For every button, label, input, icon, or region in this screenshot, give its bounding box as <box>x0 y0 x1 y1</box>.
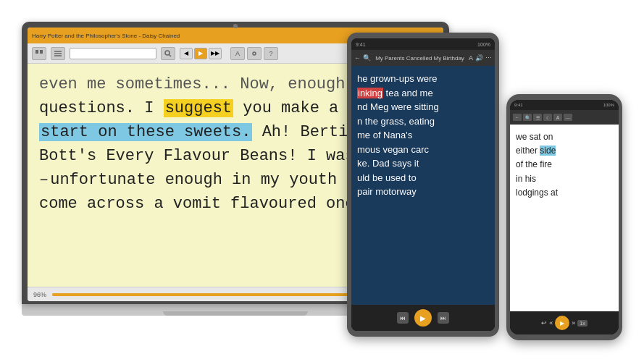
svg-line-6 <box>170 54 172 56</box>
phone-menu-icon[interactable]: ⋯ <box>564 114 572 121</box>
phone-bookmark-icon[interactable]: ☰ <box>533 114 542 121</box>
tablet-content: he grown-ups were inking tea and me nd M… <box>351 66 495 305</box>
tablet-line-6: mous vegan carc <box>357 143 489 157</box>
tablet-line-2: inking tea and me <box>357 86 489 101</box>
tablet-menu-icon[interactable]: ⋯ <box>485 54 492 62</box>
scene: Harry Potter and the Philosopher's Stone… <box>0 0 644 362</box>
search-icon[interactable] <box>161 47 175 60</box>
phone-search-icon[interactable]: 🔍 <box>523 114 532 121</box>
tablet-font-icon[interactable]: A <box>469 54 473 62</box>
tablet-line-4: n the grass, eating <box>357 114 489 129</box>
tablet-forward-button[interactable]: ⏭ <box>438 312 449 324</box>
laptop-camera <box>233 24 238 28</box>
phone-reading-text: we sat on either side of the fire in his… <box>516 130 613 200</box>
phone-content: we sat on either side of the fire in his… <box>510 125 619 311</box>
progress-bar-fill <box>52 293 367 296</box>
tablet-screen: 9:41 100% ← 🔍 My Parents Cancelled My Bi… <box>351 38 495 331</box>
phone-line-3: of the fire <box>516 158 613 172</box>
tablet-line-5: me of Nana's <box>357 128 489 143</box>
search-box[interactable] <box>70 48 156 59</box>
phone-toolbar: ← 🔍 ☰ ☾ A ⋯ <box>510 110 619 125</box>
tablet-statusbar: 9:41 100% <box>351 38 495 50</box>
laptop-foot <box>163 311 308 316</box>
tablet-play-button[interactable]: ▶ <box>414 309 432 327</box>
phone-forward-btn[interactable]: » <box>572 319 575 327</box>
tablet-playbar: ⏮ ▶ ⏭ <box>351 305 495 331</box>
svg-rect-1 <box>40 50 43 54</box>
phone-playbar: ↩ « ▶ » 1x <box>510 311 619 334</box>
phone-line-4: in his <box>516 172 613 186</box>
toolbar-nav: ◀ ▶ ▶▶ <box>180 48 222 59</box>
phone-statusbar: 9:41 100% <box>510 100 619 110</box>
phone-line-2-highlight: side <box>540 146 556 156</box>
phone-battery: 100% <box>603 103 614 107</box>
svg-point-7 <box>253 52 256 55</box>
forward-button[interactable]: ▶▶ <box>209 48 222 59</box>
phone-time: 9:41 <box>514 103 523 107</box>
tablet-reading-text: he grown-ups were inking tea and me nd M… <box>357 72 489 199</box>
tablet-battery: 100% <box>477 42 490 47</box>
laptop-title-text: Harry Potter and the Philosopher's Stone… <box>32 33 180 39</box>
phone-play-button[interactable]: ▶ <box>555 316 569 330</box>
text-line-3-main: start on these sweets. <box>39 123 252 141</box>
progress-percent: 96% <box>33 291 46 298</box>
tablet-title: My Parents Cancelled My Birthday <box>373 55 467 62</box>
tablet-rewind-button[interactable]: ⏮ <box>397 312 409 324</box>
phone-rewind-btn[interactable]: « <box>549 319 553 327</box>
phone-moon-icon[interactable]: ☾ <box>543 114 552 121</box>
tablet-back-icon[interactable]: ← <box>354 54 361 62</box>
tablet-toolbar: ← 🔍 My Parents Cancelled My Birthday A 🔊… <box>351 50 495 66</box>
phone-line-2: either side <box>516 144 613 158</box>
phone-back-icon[interactable]: ← <box>513 114 522 121</box>
text-line-2-pre: questions. I <box>39 99 164 117</box>
tablet-volume-icon[interactable]: 🔊 <box>475 54 483 62</box>
help-icon[interactable]: ? <box>264 47 278 60</box>
phone-line-1: we sat on <box>516 130 613 144</box>
text-line-3-post: Ah! Bertie <box>252 123 357 141</box>
tablet-line-3: nd Meg were sitting <box>357 100 489 114</box>
text-line-2-post: you make a <box>233 99 338 117</box>
toolbar-icon-2[interactable] <box>51 47 65 60</box>
phone-back-btn[interactable]: ↩ <box>541 319 547 327</box>
play-button[interactable]: ▶ <box>194 48 207 59</box>
font-icon[interactable]: A <box>230 47 245 60</box>
toolbar-icon-1[interactable] <box>32 47 46 60</box>
svg-rect-0 <box>35 50 38 54</box>
text-line-2-highlight: suggest <box>164 99 233 117</box>
tablet-line-9: pair motorway <box>357 185 489 199</box>
tablet-search-icon[interactable]: 🔍 <box>363 54 371 62</box>
tablet-line-8: uld be used to <box>357 171 489 185</box>
tablet: 9:41 100% ← 🔍 My Parents Cancelled My Bi… <box>347 33 499 337</box>
tablet-highlight: inking <box>357 88 383 98</box>
tablet-time: 9:41 <box>356 42 366 47</box>
phone-speed-button[interactable]: 1x <box>577 320 587 327</box>
rewind-button[interactable]: ◀ <box>180 48 193 59</box>
tablet-line-1: he grown-ups were <box>357 72 489 86</box>
phone-line-2-pre: either <box>516 146 540 156</box>
phone-font-icon[interactable]: A <box>553 114 562 121</box>
phone: 9:41 100% ← 🔍 ☰ ☾ A ⋯ we sat on either s… <box>506 94 622 340</box>
phone-line-5: lodgings at <box>516 186 613 200</box>
tablet-line-7: ke. Dad says it <box>357 156 489 171</box>
phone-screen: 9:41 100% ← 🔍 ☰ ☾ A ⋯ we sat on either s… <box>510 100 619 334</box>
settings-icon[interactable] <box>247 47 262 60</box>
svg-point-5 <box>165 51 170 55</box>
progress-bar-container[interactable] <box>52 293 380 296</box>
